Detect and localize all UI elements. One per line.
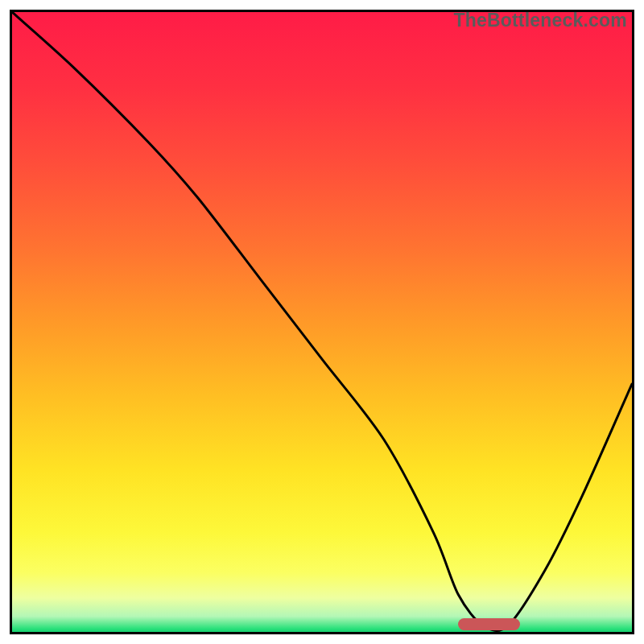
chart-frame: TheBottleneck.com <box>10 10 634 634</box>
watermark-label: TheBottleneck.com <box>453 10 627 31</box>
bottleneck-curve <box>12 12 632 632</box>
optimal-range-marker <box>458 618 520 630</box>
